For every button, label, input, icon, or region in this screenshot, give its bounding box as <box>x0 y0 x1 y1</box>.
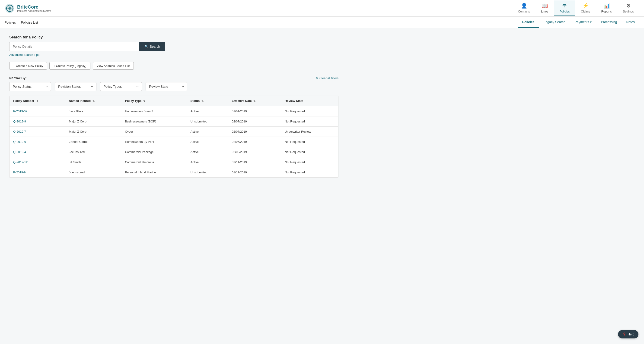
create-new-policy-button[interactable]: + Create a New Policy <box>9 62 47 70</box>
breadcrumb: Policies — Policies List <box>5 21 38 24</box>
col-header-review-state: Review State <box>281 96 338 106</box>
policies-table-container: Policy Number ▼ Named Insured ⇅ Policy T… <box>9 96 338 178</box>
nav-item-contacts[interactable]: 👤 Contacts <box>512 0 536 16</box>
filter-review-state[interactable]: Review State <box>146 82 187 91</box>
filter-dropdowns: Policy Status Revision States Policy Typ… <box>9 82 338 91</box>
britecore-logo-icon <box>5 3 15 13</box>
policy-link-1[interactable]: Q-2019-9 <box>13 120 26 123</box>
tab-payments-label: Payments <box>575 20 589 24</box>
nav-item-policies[interactable]: ☂ Policies <box>554 0 576 16</box>
cell-review-state: Not Requested <box>281 147 338 157</box>
col-header-named-insured[interactable]: Named Insured ⇅ <box>65 96 121 106</box>
narrow-by-label: Narrow By: <box>9 76 27 80</box>
col-label-effective-date: Effective Date <box>232 99 252 103</box>
cell-named-insured: Joe Insured <box>65 167 121 177</box>
nav-label-settings: Settings <box>623 10 634 13</box>
view-address-based-list-button[interactable]: View Address Based List <box>93 62 134 70</box>
sort-icon-policy-type: ⇅ <box>143 100 145 103</box>
clear-filters-button[interactable]: ✕ Clear all filters <box>316 76 338 80</box>
sub-tabs: Policies Legacy Search Payments ▾ Proces… <box>518 17 639 28</box>
filters-header: Narrow By: ✕ Clear all filters <box>9 76 338 80</box>
claims-icon: ⚡ <box>582 3 588 9</box>
breadcrumb-bar: Policies — Policies List Policies Legacy… <box>0 17 644 28</box>
cell-named-insured: Joe Insured <box>65 147 121 157</box>
tab-policies[interactable]: Policies <box>518 17 539 28</box>
breadcrumb-policies-list: Policies List <box>21 21 38 24</box>
col-label-named-insured: Named Insured <box>69 99 91 103</box>
nav-label-reports: Reports <box>601 10 612 13</box>
nav-label-lines: Lines <box>541 10 548 13</box>
breadcrumb-policies: Policies <box>5 21 16 24</box>
cell-policy-type: Homeowners Form 3 <box>121 106 186 116</box>
cell-effective-date: 01/17/2019 <box>228 167 281 177</box>
tab-notes[interactable]: Notes <box>622 17 639 28</box>
col-header-policy-number[interactable]: Policy Number ▼ <box>10 96 65 106</box>
cell-status: Active <box>187 157 228 167</box>
tab-legacy-search[interactable]: Legacy Search <box>539 17 570 28</box>
cell-policy-number: Q-2019-7 <box>10 127 65 137</box>
cell-status: Active <box>187 106 228 116</box>
policy-link-3[interactable]: Q-2019-6 <box>13 140 26 144</box>
table-row: P-2019-9 Joe Insured Personal Inland Mar… <box>10 167 338 177</box>
search-button[interactable]: 🔍 Search <box>139 42 165 51</box>
cell-status: Active <box>187 137 228 147</box>
table-row: Q-2019-7 Major Z Corp Cyber Active 02/07… <box>10 127 338 137</box>
nav-label-contacts: Contacts <box>518 10 530 13</box>
search-input[interactable] <box>9 42 139 51</box>
cell-policy-type: Commercial Umbrella <box>121 157 186 167</box>
cell-status: Active <box>187 127 228 137</box>
table-row: P-2019-09 Jack Black Homeowners Form 3 A… <box>10 106 338 116</box>
breadcrumb-separator: — <box>17 21 21 24</box>
tab-payments[interactable]: Payments ▾ <box>570 17 596 28</box>
cell-policy-number: Q-2019-4 <box>10 147 65 157</box>
policy-link-4[interactable]: Q-2019-4 <box>13 150 26 154</box>
cell-policy-type: Cyber <box>121 127 186 137</box>
create-policy-legacy-button[interactable]: + Create Policy (Legacy) <box>50 62 90 70</box>
nav-label-policies: Policies <box>560 10 570 13</box>
table-row: Q-2019-4 Joe Insured Commercial Package … <box>10 147 338 157</box>
lines-icon: 📖 <box>542 3 548 9</box>
policies-icon: ☂ <box>562 3 567 9</box>
cell-status: Unsubmitted <box>187 167 228 177</box>
payments-chevron-icon: ▾ <box>590 20 592 24</box>
contacts-icon: 👤 <box>521 3 527 9</box>
policy-link-5[interactable]: Q-2019-12 <box>13 161 28 164</box>
sort-icon-status: ⇅ <box>202 100 204 103</box>
policy-link-2[interactable]: Q-2019-7 <box>13 130 26 133</box>
cell-policy-number: Q-2019-9 <box>10 116 65 127</box>
filter-policy-types[interactable]: Policy Types <box>100 82 142 91</box>
advanced-search-link[interactable]: Advanced Search Tips <box>9 53 40 56</box>
search-section: Search for a Policy 🔍 Search Advanced Se… <box>9 35 338 56</box>
cell-policy-number: P-2019-9 <box>10 167 65 177</box>
reports-icon: 📊 <box>604 3 610 9</box>
table-header-row: Policy Number ▼ Named Insured ⇅ Policy T… <box>10 96 338 106</box>
cell-review-state: Underwriter Review <box>281 127 338 137</box>
nav-item-lines[interactable]: 📖 Lines <box>536 0 554 16</box>
tab-processing[interactable]: Processing <box>596 17 622 28</box>
col-header-policy-type[interactable]: Policy Type ⇅ <box>121 96 186 106</box>
nav-item-reports[interactable]: 📊 Reports <box>596 0 617 16</box>
cell-review-state: Not Requested <box>281 167 338 177</box>
col-label-policy-number: Policy Number <box>13 99 34 103</box>
cell-review-state: Not Requested <box>281 116 338 127</box>
cell-named-insured: Jill Smith <box>65 157 121 167</box>
col-header-effective-date[interactable]: Effective Date ⇅ <box>228 96 281 106</box>
filter-policy-status[interactable]: Policy Status <box>9 82 51 91</box>
main-nav: 👤 Contacts 📖 Lines ☂ Policies ⚡ Claims 📊… <box>512 0 639 16</box>
cell-named-insured: Major Z Corp <box>65 127 121 137</box>
cell-policy-number: Q-2019-6 <box>10 137 65 147</box>
col-label-review-state: Review State <box>285 99 303 103</box>
nav-item-settings[interactable]: ⚙ Settings <box>617 0 639 16</box>
table-row: Q-2019-12 Jill Smith Commercial Umbrella… <box>10 157 338 167</box>
filter-revision-states[interactable]: Revision States <box>55 82 96 91</box>
nav-item-claims[interactable]: ⚡ Claims <box>576 0 596 16</box>
cell-named-insured: Major Z Corp <box>65 116 121 127</box>
settings-icon: ⚙ <box>626 3 631 9</box>
col-header-status[interactable]: Status ⇅ <box>187 96 228 106</box>
search-button-label: Search <box>150 45 160 48</box>
policy-link-6[interactable]: P-2019-9 <box>13 171 26 174</box>
cell-policy-type: Commercial Package <box>121 147 186 157</box>
search-magnifier-icon: 🔍 <box>144 45 148 48</box>
policy-link-0[interactable]: P-2019-09 <box>13 110 27 113</box>
cell-review-state: Not Requested <box>281 137 338 147</box>
